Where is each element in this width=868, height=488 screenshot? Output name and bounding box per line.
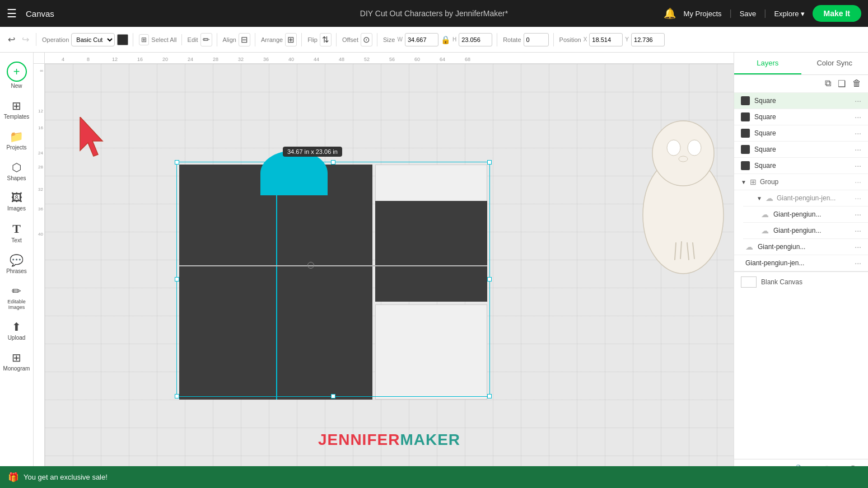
sidebar-item-shapes[interactable]: ⬡ Shapes <box>2 156 31 186</box>
sidebar-phrases-label: Phrases <box>6 268 27 274</box>
layer-more-pg5[interactable]: ··· <box>855 259 861 268</box>
arrange-label[interactable]: Arrange <box>261 36 283 43</box>
copy-icon[interactable]: ❑ <box>838 78 846 89</box>
layer-item-pg5[interactable]: Giant-pengiun-jen... ··· <box>734 255 868 271</box>
menu-icon[interactable]: ☰ <box>7 7 17 20</box>
make-it-button[interactable]: Make It <box>813 5 861 22</box>
white-square-bottom-right[interactable] <box>375 304 487 400</box>
undo-button[interactable]: ↩ <box>6 33 17 46</box>
sidebar-editable-label: Editable Images <box>4 299 29 310</box>
svg-point-2 <box>652 121 714 186</box>
layer-item-sq3[interactable]: Square ··· <box>734 125 868 142</box>
layer-more-pg4[interactable]: ··· <box>855 242 861 251</box>
align-label[interactable]: Align <box>223 36 236 43</box>
cloud-icon-subgroup: ☁ <box>766 194 773 203</box>
sidebar-item-text[interactable]: T Text <box>2 217 31 248</box>
layer-more-sq2[interactable]: ··· <box>855 112 861 121</box>
explore-button[interactable]: Explore ▾ <box>774 10 804 18</box>
tab-layers[interactable]: Layers <box>734 53 801 74</box>
templates-icon: ⊞ <box>12 99 21 112</box>
text-icon: T <box>12 222 21 236</box>
layer-color-sq3 <box>741 129 750 138</box>
layer-item-pg2[interactable]: ☁ Giant-pengiun... ··· <box>743 207 868 223</box>
sidebar-item-phrases[interactable]: 💬 Phrases <box>2 249 31 279</box>
bell-icon[interactable]: 🔔 <box>664 7 676 20</box>
main-area: + New ⊞ Templates 📁 Projects ⬡ Shapes 🖼 … <box>0 53 868 488</box>
layer-more-pg3[interactable]: ··· <box>855 226 861 235</box>
arrange-icon[interactable]: ⊞ <box>285 33 297 46</box>
align-icon[interactable]: ⊟ <box>239 33 250 46</box>
layer-color-sq4 <box>741 145 750 154</box>
canvas-area[interactable]: 4 8 12 16 20 24 28 32 36 40 44 48 52 56 … <box>34 53 734 488</box>
sidebar-item-new[interactable]: + New <box>2 57 31 93</box>
layer-item-sq5[interactable]: Square ··· <box>734 158 868 174</box>
save-button[interactable]: Save <box>740 10 757 18</box>
blank-canvas-item[interactable]: Blank Canvas <box>734 271 868 292</box>
group-label: Group <box>760 178 851 186</box>
edit-group: Edit ✏ <box>188 33 217 46</box>
height-input[interactable] <box>459 33 492 46</box>
edit-label[interactable]: Edit <box>188 36 198 43</box>
projects-icon: 📁 <box>10 130 24 143</box>
group-more[interactable]: ··· <box>855 177 861 186</box>
layer-more-sq1[interactable]: ··· <box>855 96 861 105</box>
layer-more-sq3[interactable]: ··· <box>855 129 861 138</box>
redo-button[interactable]: ↪ <box>20 33 31 46</box>
canvas-viewport[interactable]: 34.67 in x 23.06 in <box>45 64 734 471</box>
my-projects-link[interactable]: My Projects <box>684 10 722 18</box>
new-icon: + <box>7 62 27 82</box>
offset-label[interactable]: Offset <box>342 36 358 43</box>
sub-group-header[interactable]: ▼ ☁ Giant-pengiun-jen... ··· <box>743 190 868 207</box>
sidebar-item-upload[interactable]: ⬆ Upload <box>2 316 31 345</box>
color-box[interactable] <box>117 34 128 45</box>
flip-icon[interactable]: ⇅ <box>320 33 332 46</box>
offset-icon[interactable]: ⊙ <box>361 33 372 46</box>
sale-text: You get an exclusive sale! <box>24 473 108 481</box>
layer-item-pg4[interactable]: ☁ Giant-pengiun... ··· <box>734 239 868 255</box>
w-label: W <box>397 36 402 43</box>
x-input[interactable] <box>589 33 623 46</box>
rotate-group: Rotate <box>503 33 553 46</box>
layer-item-sq2[interactable]: Square ··· <box>734 109 868 125</box>
select-all-label[interactable]: Select All <box>151 36 176 43</box>
y-input[interactable] <box>631 33 665 46</box>
width-input[interactable] <box>405 33 438 46</box>
sub-group-label: Giant-pengiun-jen... <box>777 194 851 202</box>
layer-item-pg3[interactable]: ☁ Giant-pengiun... ··· <box>743 223 868 239</box>
teal-shape[interactable] <box>260 151 328 195</box>
duplicate-icon[interactable]: ⧉ <box>825 78 831 89</box>
operation-label: Operation <box>42 36 69 43</box>
layer-color-sq5 <box>741 161 750 170</box>
flip-label[interactable]: Flip <box>307 36 318 43</box>
edit-pen-icon[interactable]: ✏ <box>200 33 212 46</box>
select-all-button[interactable]: ⊞ <box>139 34 149 45</box>
sidebar-item-projects[interactable]: 📁 Projects <box>2 125 31 155</box>
layer-item-sq4[interactable]: Square ··· <box>734 142 868 158</box>
monogram-icon: ⊞ <box>12 351 21 364</box>
sidebar-item-templates[interactable]: ⊞ Templates <box>2 95 31 124</box>
sidebar-item-monogram[interactable]: ⊞ Monogram <box>2 346 31 376</box>
sidebar-monogram-label: Monogram <box>3 365 30 372</box>
chevron-down-icon: ▾ <box>801 10 805 18</box>
sidebar-item-editable-images[interactable]: ✏ Editable Images <box>2 280 31 315</box>
select-all-group: ⊞ Select All <box>139 34 181 45</box>
sub-group-more[interactable]: ··· <box>855 194 861 203</box>
layer-more-sq5[interactable]: ··· <box>855 161 861 170</box>
tab-color-sync[interactable]: Color Sync <box>801 53 869 74</box>
right-tabs: Layers Color Sync <box>734 53 868 75</box>
sale-notification[interactable]: 🎁 You get an exclusive sale! <box>0 466 868 488</box>
operation-select[interactable]: Basic Cut <box>71 33 115 46</box>
layers-top-icons: ⧉ ❑ 🗑 <box>734 75 868 93</box>
lock-icon[interactable]: 🔒 <box>441 35 450 44</box>
layer-color-sq1 <box>741 96 750 105</box>
layer-more-sq4[interactable]: ··· <box>855 145 861 154</box>
group-header[interactable]: ▼ ⊞ Group ··· <box>734 174 868 190</box>
layer-item-sq1[interactable]: Square ··· <box>734 93 868 109</box>
delete-icon[interactable]: 🗑 <box>852 78 861 89</box>
dark-square-mid-right[interactable] <box>375 201 487 302</box>
layer-more-pg2[interactable]: ··· <box>855 210 861 219</box>
rotate-input[interactable] <box>524 33 549 46</box>
x-label: X <box>584 36 587 43</box>
sidebar-item-images[interactable]: 🖼 Images <box>2 187 31 216</box>
blank-canvas-label: Blank Canvas <box>761 278 802 286</box>
